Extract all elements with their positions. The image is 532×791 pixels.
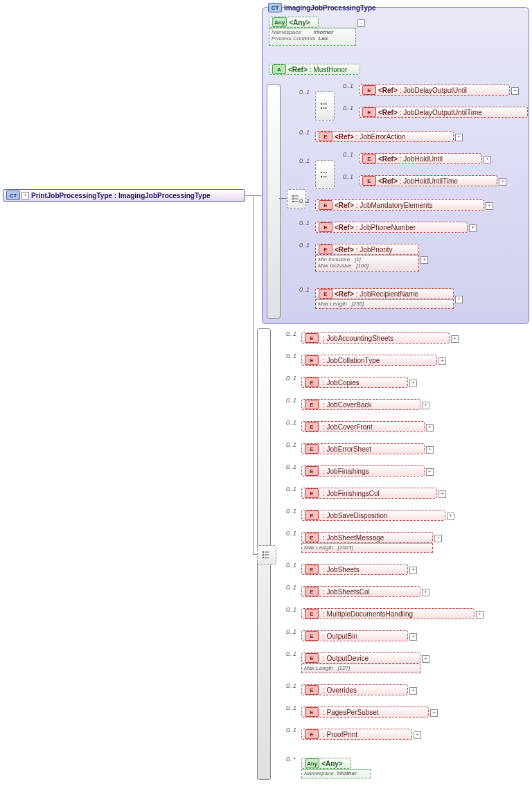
ref-jobpriority[interactable]: E<Ref> : JobPriority — [315, 244, 419, 255]
expand-icon[interactable]: + — [409, 687, 417, 695]
ref-jobsheets[interactable]: E: JobSheets — [301, 564, 408, 575]
expand-icon[interactable]: + — [455, 296, 463, 303]
ref-jobsavedisposition[interactable]: E: JobSaveDisposition — [301, 510, 445, 521]
ref-name: : PagesPerSubset — [323, 709, 379, 716]
ref-jobcollationtype[interactable]: E: JobCollationType — [301, 355, 437, 366]
expand-icon[interactable]: + — [434, 535, 442, 542]
ref-name: : JobCollationType — [323, 357, 380, 364]
ref-proofprint[interactable]: E: ProofPrint — [301, 729, 412, 740]
expand-icon[interactable]: + — [420, 256, 428, 264]
expand-icon[interactable]: + — [409, 567, 417, 574]
ref-outputdevice[interactable]: E: OutputDevice — [301, 652, 420, 664]
ref-overrides[interactable]: E: Overrides — [301, 684, 408, 695]
ref-name: : Overrides — [323, 686, 357, 694]
expand-icon[interactable]: + — [426, 424, 434, 432]
cardinality: 0..1 — [299, 220, 310, 226]
expand-icon[interactable]: + — [484, 156, 491, 163]
meta-box: Max Length [255] — [315, 299, 454, 309]
svg-point-5 — [321, 172, 322, 173]
e-badge-icon: E — [305, 400, 319, 409]
expand-icon[interactable]: + — [426, 468, 434, 476]
ref-jobmandatoryelements[interactable]: E<Ref> : JobMandatoryElements — [315, 199, 484, 211]
ref-jobcoverback[interactable]: E: JobCoverBack — [301, 399, 420, 410]
expand-icon[interactable]: + — [426, 446, 434, 454]
complextype-root[interactable]: CT + PrintJobProcessingType : ImagingJob… — [3, 189, 245, 202]
ref-name: : JobPriority — [356, 246, 393, 254]
meta-key: Max Length — [318, 301, 347, 307]
expand-icon[interactable]: + — [409, 380, 417, 387]
expand-icon[interactable]: + — [511, 87, 519, 95]
expand-icon[interactable]: + — [447, 513, 454, 520]
meta-key: Namespace — [304, 770, 334, 776]
ref-jobcoverfront[interactable]: E: JobCoverFront — [301, 421, 425, 432]
ref-jobrecipientname[interactable]: E<Ref> : JobRecipientName — [315, 288, 454, 299]
cardinality: 0..1 — [343, 82, 353, 89]
ref-jobsheetscol[interactable]: E: JobSheetsCol — [301, 586, 420, 597]
ref-jobfinishings[interactable]: E: JobFinishings — [301, 465, 425, 477]
expand-icon[interactable]: + — [438, 357, 446, 365]
ref-jobdelayoutputuntil[interactable]: E<Ref> : JobDelayOutputUntil — [359, 85, 510, 96]
meta-val: ##other — [337, 770, 357, 776]
svg-point-8 — [263, 554, 264, 556]
ref-joberroraction[interactable]: E<Ref> : JobErrorAction — [315, 131, 454, 142]
ref-name: : OutputBin — [323, 632, 357, 640]
ref-name: : JobPhoneNumber — [356, 224, 416, 231]
expand-icon[interactable]: + — [476, 611, 484, 619]
connector — [245, 195, 262, 196]
ref-label: <Ref> — [378, 87, 398, 94]
expand-icon[interactable]: + — [409, 633, 417, 641]
choice-compositor-icon — [315, 160, 335, 189]
ref-name: : MultipleDocumentsHandling — [323, 610, 413, 618]
ref-jobdelayoutputuntiltime[interactable]: E<Ref> : JobDelayOutputUntilTime — [359, 107, 528, 118]
cardinality: 0..1 — [299, 129, 310, 136]
cardinality: 0..1 — [286, 375, 296, 382]
attribute-musthonor[interactable]: A <Ref> : MustHonor — [269, 64, 360, 75]
ref-joberrorsheet[interactable]: E: JobErrorSheet — [301, 443, 425, 454]
any-element[interactable]: Any <Any> — [301, 758, 351, 769]
svg-point-2 — [292, 201, 294, 202]
meta-box: Namespace ##other — [301, 769, 371, 779]
ref-jobphonenumber[interactable]: E<Ref> : JobPhoneNumber — [315, 222, 468, 233]
cardinality: 0..1 — [299, 242, 310, 249]
ref-name: : JobSaveDisposition — [323, 512, 387, 519]
e-badge-icon: E — [305, 685, 319, 695]
e-badge-icon: E — [305, 333, 319, 343]
connector — [279, 198, 287, 199]
ref-multipledocumentshandling[interactable]: E: MultipleDocumentsHandling — [301, 608, 475, 619]
e-badge-icon: E — [305, 631, 319, 641]
ref-outputbin[interactable]: E: OutputBin — [301, 630, 408, 641]
svg-point-6 — [321, 176, 322, 177]
expand-icon[interactable]: + — [422, 655, 429, 663]
expand-icon[interactable]: + — [455, 134, 463, 141]
expand-icon[interactable]: + — [422, 589, 429, 596]
expand-icon[interactable]: + — [451, 335, 459, 343]
ref-pagespersubset[interactable]: E: PagesPerSubset — [301, 706, 429, 718]
cardinality: 0..* — [286, 756, 296, 763]
e-badge-icon: E — [305, 729, 319, 739]
meta-key: Namespace — [272, 29, 301, 35]
expand-icon[interactable]: + — [499, 178, 506, 186]
expand-icon[interactable]: + — [422, 402, 429, 409]
ref-jobholduntiltime[interactable]: E<Ref> : JobHoldUntilTime — [359, 175, 497, 186]
expand-icon[interactable]: + — [21, 192, 29, 199]
ref-jobsheetmessage[interactable]: E: JobSheetMessage — [301, 532, 433, 543]
ref-jobfinishingscol[interactable]: E: JobFinishingsCol — [301, 488, 437, 499]
expand-icon[interactable]: - — [357, 19, 365, 27]
expand-icon[interactable]: + — [414, 731, 421, 739]
ref-jobholduntil[interactable]: E<Ref> : JobHoldUntil — [359, 153, 482, 164]
ref-name: : JobAccountingSheets — [323, 335, 393, 342]
ref-jobcopies[interactable]: E: JobCopies — [301, 377, 408, 388]
svg-point-1 — [292, 198, 294, 199]
cardinality: 0..1 — [286, 650, 296, 657]
e-badge-icon: E — [319, 245, 332, 254]
any-element[interactable]: Any <Any> — [269, 17, 319, 28]
sequence-bar — [267, 85, 281, 319]
cardinality: 0..1 — [286, 508, 296, 515]
expand-icon[interactable]: + — [438, 490, 446, 498]
expand-icon[interactable]: + — [486, 202, 493, 210]
ref-jobaccountingsheets[interactable]: E: JobAccountingSheets — [301, 332, 450, 344]
cardinality: 0..1 — [286, 486, 296, 492]
e-badge-icon: E — [305, 377, 319, 387]
expand-icon[interactable]: + — [469, 224, 477, 232]
expand-icon[interactable]: + — [430, 709, 438, 717]
